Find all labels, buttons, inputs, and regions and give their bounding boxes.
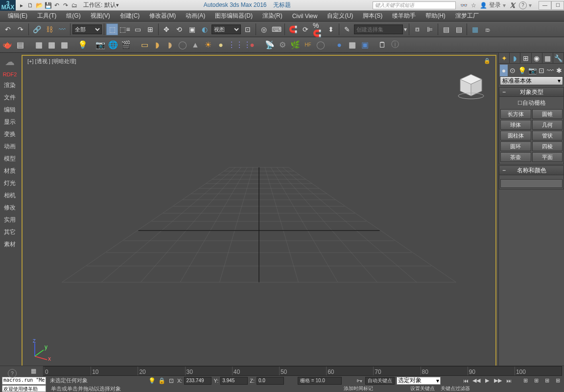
- sheep-icon[interactable]: ☁: [1, 55, 18, 69]
- sidebar-item[interactable]: 实用: [3, 214, 17, 226]
- sidebar-item[interactable]: 材质: [3, 165, 17, 177]
- viewport[interactable]: [+] [透视 ] [明暗处理] 🔒: [22, 55, 496, 369]
- material-editor-icon[interactable]: ▤: [15, 40, 25, 50]
- spinner-snap-button[interactable]: ⬍: [325, 23, 337, 35]
- sidebar-item[interactable]: 文件: [3, 92, 17, 104]
- create-button[interactable]: 几何: [532, 120, 563, 130]
- list3-icon[interactable]: ▦: [59, 40, 70, 50]
- z-input[interactable]: [257, 377, 284, 385]
- tab-hierarchy[interactable]: ⊞: [520, 53, 531, 63]
- angle-snap-button[interactable]: ⟳: [300, 23, 311, 35]
- gear2-icon[interactable]: ⚙: [277, 40, 288, 50]
- rotate-button[interactable]: ⟲: [173, 23, 185, 35]
- tab-motion[interactable]: ◉: [532, 53, 542, 63]
- autokey-button[interactable]: 自动关键点: [365, 377, 395, 385]
- user-icon[interactable]: 👤: [479, 1, 487, 9]
- keymode-dropdown[interactable]: 选定对象▾: [397, 377, 441, 385]
- menu-item[interactable]: 视图(V): [86, 11, 115, 21]
- create-button[interactable]: 圆锥: [532, 109, 563, 119]
- menu-item[interactable]: 渲梦工厂: [450, 11, 484, 21]
- snap-button[interactable]: 🧲: [287, 23, 299, 35]
- rollout-name[interactable]: −名称和颜色: [499, 165, 564, 175]
- dome2-icon[interactable]: ◗: [164, 40, 175, 50]
- save-icon[interactable]: 💾: [44, 1, 52, 9]
- link-button[interactable]: 🔗: [31, 23, 43, 35]
- sidebar-item[interactable]: 编辑: [3, 104, 17, 116]
- create-button[interactable]: 圆柱体: [500, 131, 531, 140]
- redo-icon[interactable]: ↷: [62, 1, 70, 9]
- create-button[interactable]: 长方体: [500, 109, 531, 119]
- filter-dropdown[interactable]: 全部: [72, 24, 102, 34]
- sidebar-item[interactable]: 模型: [3, 153, 17, 165]
- spacewarps-icon[interactable]: 〰: [546, 65, 554, 76]
- scene-explorer-button[interactable]: ▤: [453, 23, 465, 35]
- render-frame-icon[interactable]: ▣: [359, 40, 370, 50]
- align-button[interactable]: ⊫: [424, 23, 436, 35]
- create-button[interactable]: 管状: [532, 131, 563, 140]
- info-icon[interactable]: ⓘ: [390, 40, 400, 50]
- script-listener[interactable]: macros.run "Me: [2, 377, 46, 385]
- play-button[interactable]: ▶: [483, 376, 492, 385]
- iso-icon[interactable]: ⊡: [167, 377, 175, 385]
- menu-item[interactable]: 脚本(S): [358, 11, 387, 21]
- move-button[interactable]: ✥: [161, 23, 172, 35]
- search-input[interactable]: 键入关键字或短语: [373, 1, 456, 9]
- sidebar-item[interactable]: 显示: [3, 116, 17, 128]
- manipulate-button[interactable]: ◎: [258, 23, 270, 35]
- open-icon[interactable]: 📂: [35, 1, 43, 9]
- help-circle-icon[interactable]: ?: [8, 369, 17, 378]
- menu-item[interactable]: 动画(A): [181, 11, 210, 21]
- menu-item[interactable]: 缕羊助手: [387, 11, 421, 21]
- refcoord-dropdown[interactable]: 视图: [212, 24, 241, 34]
- bind-button[interactable]: 〰: [56, 23, 68, 35]
- autogrid-checkbox[interactable]: ☐ 自动栅格: [500, 99, 563, 107]
- nav-tool3[interactable]: ⊞: [542, 376, 551, 385]
- menu-item[interactable]: 修改器(M): [144, 11, 181, 21]
- rollout-objtype[interactable]: −对象类型: [499, 87, 564, 97]
- sphere-icon[interactable]: ●: [215, 40, 226, 50]
- new-icon[interactable]: ▸: [18, 1, 25, 9]
- setkey-text[interactable]: 设置关键点: [408, 385, 437, 392]
- list-icon[interactable]: ▦: [33, 40, 44, 50]
- goto-start-button[interactable]: ⏮: [461, 376, 470, 385]
- maximize-button[interactable]: ☐: [551, 1, 564, 10]
- goto-end-button[interactable]: ⏭: [504, 376, 513, 385]
- tab-modify[interactable]: ◗: [510, 53, 520, 63]
- lights-icon[interactable]: 💡: [517, 65, 527, 76]
- keyfilter-text[interactable]: 关键点过滤器: [439, 385, 472, 392]
- sidebar-item[interactable]: 素材: [3, 238, 17, 251]
- undo-icon[interactable]: ↶: [53, 1, 61, 9]
- sidebar-item[interactable]: 其它: [3, 226, 17, 238]
- tab-display[interactable]: ▦: [542, 53, 553, 63]
- lock-sel-icon[interactable]: 💡: [148, 377, 156, 385]
- shapes-icon[interactable]: ⊙: [509, 65, 517, 76]
- keyboard-button[interactable]: ⌨: [271, 23, 282, 35]
- lock-icon[interactable]: 🔒: [484, 58, 491, 64]
- y-input[interactable]: [220, 377, 248, 385]
- render-setup-icon[interactable]: ▦: [347, 40, 357, 50]
- search-icon[interactable]: 👓: [460, 1, 468, 9]
- create-button[interactable]: 圆环: [500, 141, 531, 151]
- undo-button[interactable]: ↶: [2, 23, 14, 35]
- sidebar-item[interactable]: 灯光: [3, 177, 17, 189]
- teapot-icon[interactable]: 🫖: [2, 40, 13, 50]
- geometry-icon[interactable]: ●: [500, 65, 508, 76]
- sidebar-item[interactable]: 渲染: [3, 79, 17, 92]
- percent-snap-button[interactable]: %🧲: [312, 23, 324, 35]
- timeline-track[interactable]: 0102030405060708090100: [43, 366, 562, 376]
- timeline[interactable]: ▦ 0102030405060708090100: [0, 366, 564, 376]
- sidebar-item[interactable]: 修改: [3, 202, 17, 214]
- cone-icon[interactable]: ▲: [190, 40, 201, 50]
- help-icon[interactable]: ?: [519, 1, 527, 9]
- layer-button[interactable]: ▤: [440, 23, 452, 35]
- ball-icon[interactable]: ●: [247, 40, 258, 50]
- name-color-swatch[interactable]: [500, 179, 563, 188]
- menu-item[interactable]: 创建(C): [115, 11, 145, 21]
- menu-item[interactable]: 编辑(E): [3, 11, 32, 21]
- edit-set-button[interactable]: ✎: [341, 23, 353, 35]
- star-icon[interactable]: ☆: [470, 1, 477, 9]
- sidebar-item[interactable]: 动画: [3, 140, 17, 153]
- torus-icon[interactable]: ◯: [177, 40, 188, 50]
- blue-sphere-icon[interactable]: ●: [334, 40, 345, 50]
- select-name-button[interactable]: ⬚≡: [119, 23, 131, 35]
